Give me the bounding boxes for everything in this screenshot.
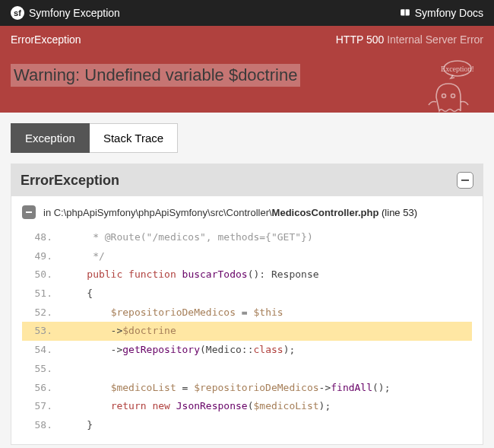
tab-stack-trace[interactable]: Stack Trace xyxy=(90,123,178,153)
code-line: 53. ->$doctrine xyxy=(22,322,472,341)
panel-heading: ErrorException xyxy=(21,173,119,189)
line-number: 56. xyxy=(22,379,63,398)
line-number: 49. xyxy=(22,247,63,266)
code-content: public function buscarTodos(): Response xyxy=(63,265,472,284)
http-status: HTTP 500 Internal Server Error xyxy=(336,33,483,46)
line-number: 57. xyxy=(22,397,63,416)
minus-icon xyxy=(25,208,33,216)
content-area: Exception Stack Trace ErrorException in … xyxy=(0,113,494,448)
ghost-icon: Exception! xyxy=(413,58,482,120)
code-line: 52. $repositorioDeMedicos = $this xyxy=(22,303,472,322)
brand: sf Symfony Exception xyxy=(11,6,120,20)
tab-exception[interactable]: Exception xyxy=(11,123,90,153)
top-bar: sf Symfony Exception Symfony Docs xyxy=(0,0,494,26)
book-icon xyxy=(400,8,410,18)
trace-toggle-button[interactable] xyxy=(22,205,36,219)
panel-header: ErrorException xyxy=(11,164,483,196)
code-line: 58. } xyxy=(22,416,472,435)
error-status-line: ErrorException HTTP 500 Internal Server … xyxy=(0,26,494,53)
code-content: return new JsonResponse($medicoList); xyxy=(63,397,472,416)
line-number: 52. xyxy=(22,303,63,322)
exception-panel: ErrorException in C:\phpApiSymfony\phpAp… xyxy=(11,164,483,445)
line-number: 54. xyxy=(22,341,63,360)
docs-link[interactable]: Symfony Docs xyxy=(400,7,483,19)
svg-rect-5 xyxy=(26,211,32,213)
code-content: $repositorioDeMedicos = $this xyxy=(63,303,472,322)
error-title: Warning: Undefined variable $doctrine xyxy=(11,64,300,87)
code-content: */ xyxy=(63,247,472,266)
svg-point-3 xyxy=(451,94,455,98)
line-number: 50. xyxy=(22,265,63,284)
docs-label: Symfony Docs xyxy=(415,7,483,19)
code-block: 48. * @Route("/medicos", methods={"GET"}… xyxy=(22,228,472,435)
code-line: 48. * @Route("/medicos", methods={"GET"}… xyxy=(22,228,472,247)
minus-icon xyxy=(461,176,470,185)
line-number: 58. xyxy=(22,416,63,435)
symfony-logo-icon: sf xyxy=(11,6,24,20)
trace-line: (line 53) xyxy=(378,207,417,218)
code-content: ->getRepository(Medico::class); xyxy=(63,341,472,360)
tabs: Exception Stack Trace xyxy=(11,123,483,153)
trace-path-row: in C:\phpApiSymfony\phpApiSymfony\src\Co… xyxy=(22,205,472,219)
collapse-button[interactable] xyxy=(457,172,473,189)
code-line: 50. public function buscarTodos(): Respo… xyxy=(22,265,472,284)
code-line: 56. $medicoList = $repositorioDeMedicos-… xyxy=(22,379,472,398)
svg-rect-4 xyxy=(461,180,469,181)
svg-point-2 xyxy=(442,94,446,98)
code-line: 54. ->getRepository(Medico::class); xyxy=(22,341,472,360)
line-number: 48. xyxy=(22,228,63,247)
code-line: 51. { xyxy=(22,284,472,303)
code-content: $medicoList = $repositorioDeMedicos->fin… xyxy=(63,379,472,398)
line-number: 53. xyxy=(22,322,63,341)
code-content: } xyxy=(63,416,472,435)
trace-path: in C:\phpApiSymfony\phpApiSymfony\src\Co… xyxy=(43,207,417,218)
line-number: 55. xyxy=(22,360,63,379)
exception-class: ErrorException xyxy=(11,33,81,46)
error-title-wrap: Warning: Undefined variable $doctrine Ex… xyxy=(0,53,494,113)
error-banner: ErrorException HTTP 500 Internal Server … xyxy=(0,26,494,113)
svg-text:Exception!: Exception! xyxy=(441,65,474,73)
trace-body: in C:\phpApiSymfony\phpApiSymfony\src\Co… xyxy=(11,196,483,444)
trace-file: MedicosController.php xyxy=(272,207,379,218)
brand-text: Symfony Exception xyxy=(29,7,120,19)
line-number: 51. xyxy=(22,284,63,303)
code-content: ->$doctrine xyxy=(63,322,472,341)
code-content: * @Route("/medicos", methods={"GET"}) xyxy=(63,228,472,247)
code-content xyxy=(63,360,472,379)
code-line: 55. xyxy=(22,360,472,379)
code-line: 57. return new JsonResponse($medicoList)… xyxy=(22,397,472,416)
code-content: { xyxy=(63,284,472,303)
code-line: 49. */ xyxy=(22,247,472,266)
